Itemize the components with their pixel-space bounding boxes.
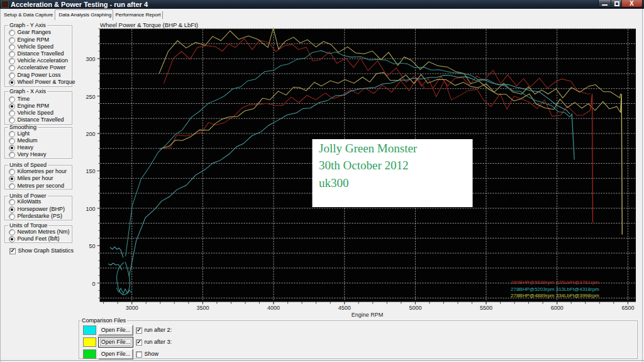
svg-text:Engine RPM: Engine RPM <box>352 312 384 318</box>
svg-text:3000: 3000 <box>126 305 138 311</box>
svg-text:6500: 6500 <box>621 305 634 311</box>
svg-text:6000: 6000 <box>551 305 564 311</box>
svg-text:280BHP@5539rpm 325LbFt@3761rpm: 280BHP@5539rpm 325LbFt@3761rpm <box>511 280 599 285</box>
svg-text:278BHP@5203rpm 313LbFt@4318rpm: 278BHP@5203rpm 313LbFt@4318rpm <box>511 286 599 292</box>
svg-text:150: 150 <box>86 168 95 174</box>
svg-text:4500: 4500 <box>338 305 351 311</box>
svg-text:30th October 2012: 30th October 2012 <box>319 159 408 172</box>
svg-text:Jolly Green Monster: Jolly Green Monster <box>319 142 418 155</box>
svg-text:0: 0 <box>92 281 95 287</box>
svg-text:100: 100 <box>86 206 95 212</box>
svg-text:50: 50 <box>89 243 95 249</box>
svg-text:278BHP@4889rpm 334LbFt@3998rpm: 278BHP@4889rpm 334LbFt@3998rpm <box>511 293 599 298</box>
svg-text:4000: 4000 <box>267 305 280 311</box>
svg-text:200: 200 <box>86 131 95 137</box>
svg-text:uk300: uk300 <box>319 176 349 189</box>
svg-text:250: 250 <box>86 94 95 100</box>
svg-text:300: 300 <box>86 56 95 62</box>
svg-text:3500: 3500 <box>196 305 209 311</box>
svg-text:5000: 5000 <box>409 305 421 311</box>
svg-text:Wheel Power & Torque (BHP & Lb: Wheel Power & Torque (BHP & LbFt) <box>100 21 198 28</box>
svg-text:5500: 5500 <box>480 305 492 311</box>
